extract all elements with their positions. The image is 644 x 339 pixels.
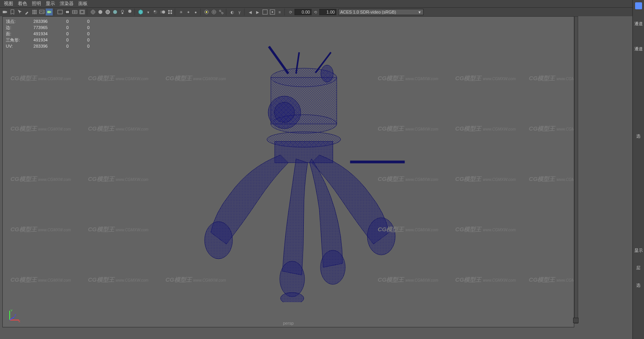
maya-logo-icon	[635, 2, 642, 9]
rp-channels[interactable]: 通道	[634, 46, 643, 52]
svg-rect-21	[170, 10, 172, 12]
image-plane-icon[interactable]	[38, 9, 45, 15]
svg-rect-2	[47, 11, 50, 13]
svg-rect-3	[58, 10, 62, 14]
refresh-icon[interactable]: ⟳	[287, 9, 294, 15]
picker-icon[interactable]	[24, 9, 31, 15]
rp-select[interactable]: 选	[636, 133, 641, 139]
scrollbar-vertical[interactable]	[574, 16, 578, 324]
stat-label-tris: 三角形:	[6, 37, 26, 43]
svg-point-25	[206, 11, 207, 13]
menu-shading[interactable]: 着色	[18, 0, 27, 7]
shadow-icon[interactable]	[126, 9, 133, 15]
stat-label-verts: 顶点:	[6, 18, 26, 24]
reset-icon[interactable]: ⟲	[312, 9, 319, 15]
wireframe-icon[interactable]	[90, 9, 96, 15]
3d-viewport[interactable]: 顶点:28339600 边:77396500 面:49193400 三角形:49…	[2, 16, 574, 327]
svg-rect-8	[81, 11, 84, 13]
select-camera-icon[interactable]	[46, 9, 53, 15]
lightbulb-icon[interactable]: ☀	[177, 9, 184, 15]
svg-point-19	[162, 10, 165, 14]
shaded-icon[interactable]	[97, 9, 104, 15]
svg-rect-22	[168, 12, 170, 14]
svg-point-37	[274, 102, 294, 122]
svg-point-35	[321, 65, 333, 82]
polycount-hud: 顶点:28339600 边:77396500 面:49193400 三角形:49…	[6, 18, 90, 49]
menu-view[interactable]: 视图	[4, 0, 13, 7]
svg-point-13	[121, 10, 124, 12]
svg-rect-20	[168, 10, 170, 12]
stat-val-edges: 773965	[26, 24, 48, 31]
frame-sel-icon[interactable]	[269, 9, 276, 15]
channel-box-strip: 通道 通道 选 显示 层 选	[632, 0, 644, 339]
svg-rect-0	[3, 11, 6, 13]
no-light-icon[interactable]: ✦	[185, 9, 192, 15]
camera-attr-icon[interactable]: ≡	[276, 9, 283, 15]
svg-rect-29	[263, 10, 267, 14]
svg-point-11	[106, 10, 110, 14]
svg-point-31	[272, 11, 273, 13]
nav-fwd-icon[interactable]: ▶	[254, 9, 261, 15]
stat-label-faces: 面:	[6, 31, 26, 37]
motion-blur-icon[interactable]	[159, 9, 166, 15]
gamma-icon[interactable]: γ	[236, 9, 243, 15]
svg-point-41	[367, 218, 395, 255]
exposure-icon[interactable]: ◐	[229, 9, 236, 15]
isolate-icon[interactable]	[203, 9, 210, 15]
frame-all-icon[interactable]	[262, 9, 269, 15]
safe-action-icon[interactable]	[79, 9, 86, 15]
stat-val-uv: 283396	[26, 43, 48, 49]
triangle-icon[interactable]: ▾	[145, 9, 152, 15]
nav-back-icon[interactable]: ◀	[247, 9, 254, 15]
camera-name-label: persp	[283, 321, 294, 325]
menu-panels[interactable]: 面板	[78, 0, 88, 7]
bookmark-icon[interactable]	[9, 9, 16, 15]
svg-rect-23	[170, 12, 172, 14]
svg-point-17	[153, 10, 157, 14]
menu-lighting[interactable]: 照明	[32, 0, 41, 7]
gate-mask-icon[interactable]	[64, 9, 71, 15]
textured-icon[interactable]	[112, 9, 119, 15]
xray-icon[interactable]	[210, 9, 217, 15]
rp-layer[interactable]: 层	[636, 265, 641, 271]
exposure-input[interactable]	[294, 9, 312, 15]
svg-point-12	[113, 10, 117, 14]
svg-point-43	[281, 293, 304, 302]
svg-point-44	[320, 250, 345, 284]
rp-ext[interactable]: 选	[636, 282, 641, 288]
menu-bar: 视图 着色 照明 显示 渲染器 面板	[0, 0, 644, 8]
svg-point-18	[154, 10, 155, 12]
stat-val-verts: 283396	[26, 18, 48, 24]
colorspace-dropdown[interactable]: ACES 1.0 SDR-video (sRGB)	[338, 9, 424, 15]
svg-point-40	[205, 222, 232, 259]
msaa-icon[interactable]	[167, 9, 174, 15]
pointer-icon[interactable]	[16, 9, 23, 15]
svg-text:Z: Z	[14, 313, 16, 317]
svg-rect-14	[122, 13, 123, 14]
stat-label-uv: UV:	[6, 43, 26, 49]
viewport-toolbar: ▾ ☀ ✦ ● ◐ γ ◀ ▶ ≡ ⟳ ⟲ ACES 1.0 SDR-video…	[0, 8, 644, 16]
svg-line-48	[10, 317, 14, 320]
use-lights-icon[interactable]	[119, 9, 126, 15]
axis-gizmo[interactable]: Y X Z	[7, 308, 22, 323]
svg-text:Y: Y	[10, 309, 13, 312]
resolution-gate-icon[interactable]	[57, 9, 64, 15]
grid-icon[interactable]	[31, 9, 38, 15]
gamma-input[interactable]	[319, 9, 336, 15]
svg-rect-5	[66, 11, 69, 13]
menu-renderer[interactable]: 渲染器	[60, 0, 74, 7]
rp-top[interactable]: 通道	[634, 21, 643, 27]
cube-icon[interactable]	[137, 9, 144, 15]
film-gate-icon[interactable]	[71, 9, 78, 15]
svg-rect-45	[350, 161, 405, 163]
flat-light-icon[interactable]: ●	[192, 9, 199, 15]
camera-icon[interactable]	[2, 9, 9, 15]
svg-point-42	[280, 261, 305, 297]
menu-display[interactable]: 显示	[46, 0, 55, 7]
shaded-wire-icon[interactable]	[104, 9, 111, 15]
rp-display[interactable]: 显示	[634, 248, 643, 253]
ao-icon[interactable]	[152, 9, 159, 15]
xray-joints-icon[interactable]	[218, 9, 225, 15]
stat-val-tris: 491934	[26, 37, 48, 43]
mesh-wireframe-display	[149, 31, 428, 302]
